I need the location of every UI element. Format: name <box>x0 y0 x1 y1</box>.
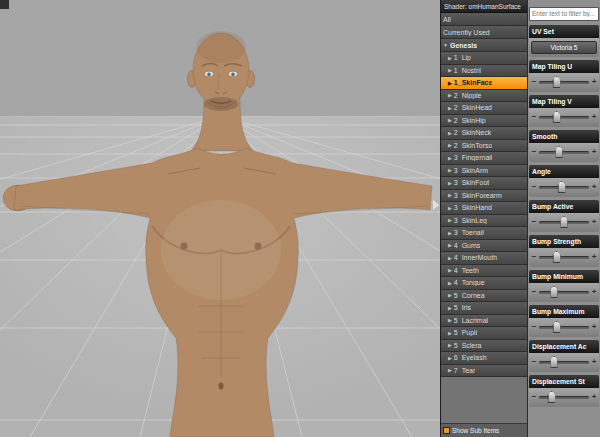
expand-arrow-icon[interactable]: ▶ <box>448 242 452 248</box>
surface-list-item[interactable]: ▶3_SkinArm <box>441 165 527 178</box>
property-header[interactable]: Smooth <box>529 130 599 143</box>
expand-arrow-icon[interactable]: ▶ <box>448 130 452 136</box>
filter-all[interactable]: All <box>441 13 527 26</box>
slider-increment-button[interactable]: + <box>591 78 597 86</box>
surface-list-item[interactable]: ▶5_Lacrimal <box>441 315 527 328</box>
surface-list-item[interactable]: ▶1_Lip <box>441 52 527 65</box>
expand-arrow-icon[interactable]: ▶ <box>448 342 452 348</box>
surface-list-item[interactable]: ▶2_SkinHead <box>441 102 527 115</box>
slider-decrement-button[interactable]: − <box>531 183 537 191</box>
expand-arrow-icon[interactable]: ▶ <box>448 155 452 161</box>
expand-arrow-icon[interactable]: ▶ <box>448 217 452 223</box>
uv-set-select[interactable]: Victoria 5 <box>531 41 597 54</box>
property-header[interactable]: Displacement St <box>529 375 599 388</box>
slider-thumb[interactable] <box>552 111 561 123</box>
slider-track[interactable] <box>539 221 589 224</box>
surface-list-item[interactable]: ▶2_SkinHip <box>441 115 527 128</box>
expand-arrow-icon[interactable]: ▶ <box>448 230 452 236</box>
slider-decrement-button[interactable]: − <box>531 393 537 401</box>
slider-thumb[interactable] <box>557 181 566 193</box>
slider-track[interactable] <box>539 291 589 294</box>
slider-increment-button[interactable]: + <box>591 323 597 331</box>
slider-decrement-button[interactable]: − <box>531 253 537 261</box>
viewport-3d[interactable] <box>0 0 440 437</box>
filter-currently-used[interactable]: Currently Used <box>441 26 527 39</box>
slider-thumb[interactable] <box>552 76 561 88</box>
slider-thumb[interactable] <box>550 356 559 368</box>
slider-increment-button[interactable]: + <box>591 113 597 121</box>
slider-thumb[interactable] <box>552 321 561 333</box>
surface-list-item[interactable]: ▶4_Gums <box>441 240 527 253</box>
slider-thumb[interactable] <box>560 216 569 228</box>
slider-increment-button[interactable]: + <box>591 253 597 261</box>
surface-list-item[interactable]: ▶2_Nipple <box>441 90 527 103</box>
property-header[interactable]: Bump Minimum <box>529 270 599 283</box>
surface-list-item[interactable]: ▶4_Tongue <box>441 277 527 290</box>
slider-track[interactable] <box>539 256 589 259</box>
expand-arrow-icon[interactable]: ▶ <box>448 280 452 286</box>
show-sub-items-checkbox[interactable] <box>443 427 450 434</box>
expand-arrow-icon[interactable]: ▶ <box>448 167 452 173</box>
expand-arrow-icon[interactable]: ▶ <box>448 92 452 98</box>
surface-list-item[interactable]: ▶3_Toenail <box>441 227 527 240</box>
surface-list-item[interactable]: ▶2_SkinNeck <box>441 127 527 140</box>
expand-arrow-icon[interactable]: ▶ <box>448 317 452 323</box>
surface-list-item[interactable]: ▶7_Tear <box>441 365 527 378</box>
property-header[interactable]: Map Tiling V <box>529 95 599 108</box>
surface-list-item[interactable]: ▶5_Pupil <box>441 327 527 340</box>
slider-thumb[interactable] <box>547 391 556 403</box>
panel-collapse-arrow-icon[interactable] <box>433 200 439 210</box>
surface-list-item[interactable]: ▶3_SkinHand <box>441 202 527 215</box>
property-header[interactable]: Bump Maximum <box>529 305 599 318</box>
expand-arrow-icon[interactable]: ▶ <box>448 192 452 198</box>
slider-decrement-button[interactable]: − <box>531 78 537 86</box>
expand-arrow-icon[interactable]: ▶ <box>448 355 452 361</box>
property-header[interactable]: Bump Active <box>529 200 599 213</box>
slider-decrement-button[interactable]: − <box>531 148 537 156</box>
expand-arrow-icon[interactable]: ▶ <box>448 267 452 273</box>
slider-decrement-button[interactable]: − <box>531 288 537 296</box>
slider-track[interactable] <box>539 396 589 399</box>
slider-increment-button[interactable]: + <box>591 358 597 366</box>
slider-increment-button[interactable]: + <box>591 393 597 401</box>
surface-list-item[interactable]: ▶2_SkinTorso <box>441 140 527 153</box>
surface-list-item[interactable]: ▶3_Fingernail <box>441 152 527 165</box>
filter-input[interactable] <box>529 7 599 21</box>
expand-arrow-icon[interactable]: ▶ <box>448 105 452 111</box>
property-header[interactable]: Angle <box>529 165 599 178</box>
expand-arrow-icon[interactable]: ▶ <box>448 67 452 73</box>
expand-arrow-icon[interactable]: ▶ <box>448 55 452 61</box>
property-header[interactable]: Map Tiling U <box>529 60 599 73</box>
slider-track[interactable] <box>539 326 589 329</box>
expand-arrow-icon[interactable]: ▶ <box>448 367 452 373</box>
surface-list-item[interactable]: ▶1_Nostril <box>441 65 527 78</box>
property-header[interactable]: Bump Strength <box>529 235 599 248</box>
expand-arrow-icon[interactable]: ▶ <box>448 180 452 186</box>
slider-track[interactable] <box>539 81 589 84</box>
expand-arrow-icon[interactable]: ▶ <box>448 305 452 311</box>
surface-list-item[interactable]: ▶3_SkinLeg <box>441 215 527 228</box>
surface-list-item[interactable]: ▶6_Eyelash <box>441 352 527 365</box>
surface-list-item[interactable]: ▶4_InnerMouth <box>441 252 527 265</box>
slider-increment-button[interactable]: + <box>591 183 597 191</box>
slider-track[interactable] <box>539 116 589 119</box>
slider-thumb[interactable] <box>552 251 561 263</box>
expand-arrow-icon[interactable]: ▶ <box>448 80 452 86</box>
property-header[interactable]: Displacement Ac <box>529 340 599 353</box>
collapse-arrow-icon[interactable]: ▼ <box>443 42 448 48</box>
slider-decrement-button[interactable]: − <box>531 323 537 331</box>
slider-increment-button[interactable]: + <box>591 288 597 296</box>
slider-track[interactable] <box>539 361 589 364</box>
surface-list-item[interactable]: ▶5_Cornea <box>441 290 527 303</box>
expand-arrow-icon[interactable]: ▶ <box>448 330 452 336</box>
expand-arrow-icon[interactable]: ▶ <box>448 292 452 298</box>
slider-decrement-button[interactable]: − <box>531 358 537 366</box>
slider-increment-button[interactable]: + <box>591 218 597 226</box>
surface-list-item[interactable]: ▶1_SkinFace <box>441 77 527 90</box>
surface-list-item[interactable]: ▶5_Iris <box>441 302 527 315</box>
surface-list-item[interactable]: ▶5_Sclera <box>441 340 527 353</box>
surface-list-item[interactable]: ▶3_SkinForearm <box>441 190 527 203</box>
slider-decrement-button[interactable]: − <box>531 218 537 226</box>
expand-arrow-icon[interactable]: ▶ <box>448 205 452 211</box>
slider-decrement-button[interactable]: − <box>531 113 537 121</box>
